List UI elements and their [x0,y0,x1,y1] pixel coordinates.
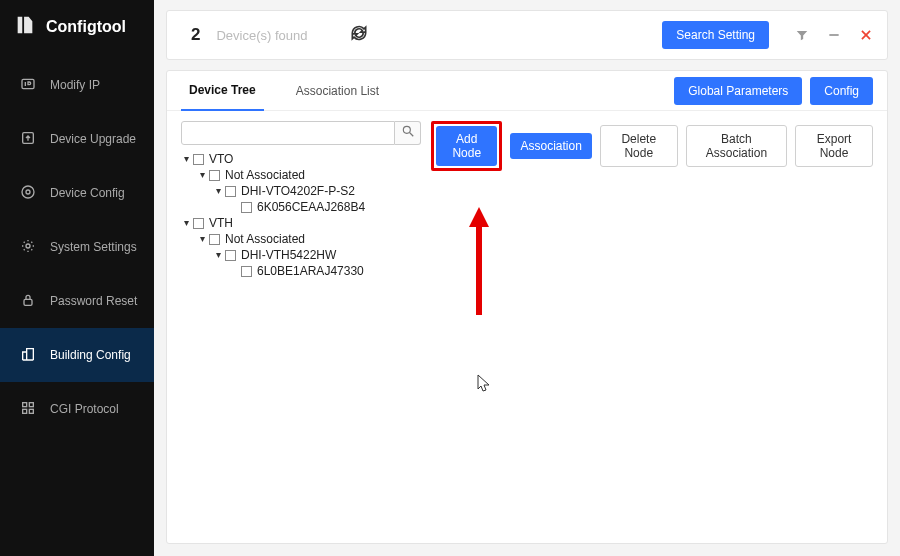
svg-rect-5 [24,299,32,305]
chevron-down-icon: ▾ [213,183,223,199]
close-icon[interactable] [857,26,875,44]
tree-search [181,121,421,145]
tab-association-list[interactable]: Association List [288,71,387,111]
content-panel: Device Tree Association List Global Para… [166,70,888,544]
nav-label: Modify IP [50,78,100,92]
tree-node-vth-na[interactable]: ▾ Not Associated [181,231,421,247]
nav-device-config[interactable]: Device Config [0,166,154,220]
svg-point-3 [22,186,34,198]
chevron-down-icon: ▾ [197,167,207,183]
chevron-down-icon: ▾ [213,247,223,263]
tree-node-vth[interactable]: ▾ VTH [181,215,421,231]
upgrade-icon [20,130,36,149]
association-button[interactable]: Association [510,133,591,159]
tab-device-tree[interactable]: Device Tree [181,71,264,111]
nav-device-upgrade[interactable]: Device Upgrade [0,112,154,166]
tree-node-vto-na[interactable]: ▾ Not Associated [181,167,421,183]
nav-label: CGI Protocol [50,402,119,416]
work-column: Add Node Association Delete Node Batch A… [431,121,873,529]
refresh-icon [349,23,369,47]
chevron-down-icon: ▾ [181,151,191,167]
building-icon [20,346,36,365]
device-count: 2 [191,25,200,45]
lock-icon [20,292,36,311]
window-controls [793,26,875,44]
panel-body: ▾ VTO ▾ Not Associated ▾ DHI-VTO4 [167,111,887,543]
tree-search-button[interactable] [395,121,421,145]
export-node-button[interactable]: Export Node [795,125,873,167]
minimize-icon[interactable] [825,26,843,44]
checkbox[interactable] [193,218,204,229]
nav-label: System Settings [50,240,137,254]
tree-label: Not Associated [225,167,305,183]
svg-point-4 [26,244,30,248]
svg-point-2 [26,190,30,194]
gear-icon [20,184,36,203]
work-area [431,179,873,529]
main: 2 Device(s) found Search Setting [154,0,900,556]
config-button[interactable]: Config [810,77,873,105]
svg-rect-8 [23,409,27,413]
annotation-arrow-icon [467,207,491,321]
nav: Modify IP Device Upgrade Device Config S… [0,58,154,436]
svg-rect-7 [29,402,33,406]
svg-line-14 [409,133,413,137]
nav-label: Building Config [50,348,131,362]
tree-node-vto-sn[interactable]: 6K056CEAAJ268B4 [181,199,421,215]
tree-label: DHI-VTH5422HW [241,247,336,263]
tree-column: ▾ VTO ▾ Not Associated ▾ DHI-VTO4 [181,121,421,529]
checkbox[interactable] [241,202,252,213]
nav-modify-ip[interactable]: Modify IP [0,58,154,112]
nav-label: Device Upgrade [50,132,136,146]
action-row: Add Node Association Delete Node Batch A… [431,121,873,171]
checkbox[interactable] [225,250,236,261]
checkbox[interactable] [209,234,220,245]
delete-node-button[interactable]: Delete Node [600,125,678,167]
add-node-highlight: Add Node [431,121,502,171]
tree-label: Not Associated [225,231,305,247]
tree-label: DHI-VTO4202F-P-S2 [241,183,355,199]
ip-icon [20,76,36,95]
tree-label: VTO [209,151,233,167]
brand: Configtool [0,0,154,58]
tabs-row: Device Tree Association List Global Para… [167,71,887,111]
refresh-button[interactable] [346,22,372,48]
nav-cgi-protocol[interactable]: CGI Protocol [0,382,154,436]
add-node-button[interactable]: Add Node [436,126,497,166]
nav-label: Password Reset [50,294,137,308]
nav-building-config[interactable]: Building Config [0,328,154,382]
global-parameters-button[interactable]: Global Parameters [674,77,802,105]
search-icon [401,124,415,142]
svg-marker-16 [469,207,489,227]
nav-password-reset[interactable]: Password Reset [0,274,154,328]
tree-node-vto[interactable]: ▾ VTO [181,151,421,167]
device-found-label: Device(s) found [216,28,307,43]
brand-logo-icon [14,14,36,40]
checkbox[interactable] [225,186,236,197]
cursor-icon [477,374,491,396]
device-tree: ▾ VTO ▾ Not Associated ▾ DHI-VTO4 [181,151,421,279]
nav-system-settings[interactable]: System Settings [0,220,154,274]
tree-node-vth-sn[interactable]: 6L0BE1ARAJ47330 [181,263,421,279]
search-setting-button[interactable]: Search Setting [662,21,769,49]
chevron-down-icon: ▾ [197,231,207,247]
sidebar: Configtool Modify IP Device Upgrade Devi… [0,0,154,556]
tree-label: VTH [209,215,233,231]
checkbox[interactable] [209,170,220,181]
tree-label: 6L0BE1ARAJ47330 [257,263,364,279]
filter-icon[interactable] [793,26,811,44]
tree-node-vto-device[interactable]: ▾ DHI-VTO4202F-P-S2 [181,183,421,199]
svg-rect-6 [23,402,27,406]
checkbox[interactable] [241,266,252,277]
settings-icon [20,238,36,257]
svg-point-13 [403,126,410,133]
brand-title: Configtool [46,18,126,36]
svg-rect-9 [29,409,33,413]
batch-association-button[interactable]: Batch Association [686,125,787,167]
tree-search-input[interactable] [181,121,395,145]
tree-node-vth-device[interactable]: ▾ DHI-VTH5422HW [181,247,421,263]
nav-label: Device Config [50,186,125,200]
tree-label: 6K056CEAAJ268B4 [257,199,365,215]
checkbox[interactable] [193,154,204,165]
grid-icon [20,400,36,419]
